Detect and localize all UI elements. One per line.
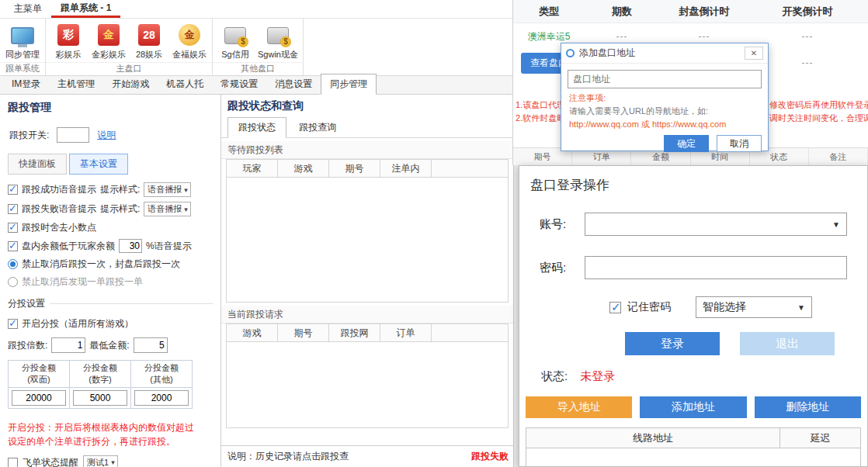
col-filler bbox=[432, 160, 508, 177]
split-col-number: 分投金额(数字) bbox=[70, 361, 131, 388]
current-request-title: 当前跟投请求 bbox=[221, 306, 513, 323]
col-bet-content: 注单内 bbox=[380, 160, 432, 177]
ribbon-group-system: 同步管理 跟单系统 bbox=[0, 19, 46, 75]
tab-basic-settings[interactable]: 基本设置 bbox=[69, 154, 128, 175]
fail-voice-style-select[interactable]: 语音播报▾ bbox=[144, 202, 191, 216]
remember-password-checkbox[interactable] bbox=[609, 302, 621, 313]
waiting-list-title: 等待跟投列表 bbox=[221, 141, 513, 159]
low-balance-percent-input[interactable] bbox=[119, 239, 142, 253]
site-jinfu-button[interactable]: 金 金福娱乐 bbox=[170, 23, 209, 61]
fly-status-select[interactable]: 测试1▾ bbox=[83, 455, 118, 467]
tab-quick-panel[interactable]: 快捷面板 bbox=[8, 154, 67, 175]
main-tabbar: IM登录 主机管理 开始游戏 机器人托 常规设置 消息设置 同步管理 bbox=[0, 76, 513, 95]
col-delay: 延迟 bbox=[779, 428, 860, 448]
login-button[interactable]: 登录 bbox=[625, 332, 720, 355]
dialog-title: 添加盘口地址 bbox=[579, 47, 740, 60]
col-remark: 备注 bbox=[809, 148, 868, 165]
dialog-app-icon bbox=[566, 49, 575, 57]
current-request-table: 游戏 期号 跟投网 订单 bbox=[226, 323, 509, 428]
chevron-down-icon: ▾ bbox=[184, 206, 188, 213]
login-window-title: 盘口登录操作 bbox=[519, 166, 867, 194]
group-title-main: 主盘口 bbox=[46, 62, 212, 75]
ribbon: 同步管理 跟单系统 彩 彩娱乐 金 金彩娱乐 28 bbox=[0, 19, 513, 76]
confirm-button[interactable]: 确定 bbox=[664, 135, 709, 152]
delete-address-button[interactable]: 删除地址 bbox=[755, 396, 861, 418]
col-line-address: 线路地址 bbox=[526, 428, 779, 448]
site-28-icon: 28 bbox=[137, 23, 161, 47]
fail-voice-label: 跟投失败语音提示 bbox=[22, 202, 96, 216]
site-28-button[interactable]: 28 28娱乐 bbox=[130, 23, 168, 61]
site-sgcredit-button[interactable]: Sg信用 bbox=[216, 23, 255, 61]
tab-start-game[interactable]: 开始游戏 bbox=[103, 74, 158, 94]
col-type: 类型 bbox=[513, 0, 585, 22]
notes-line1: 请输入需要导入URL的导航地址，如: bbox=[569, 105, 760, 118]
col-period: 期号 bbox=[329, 160, 380, 177]
style-label: 提示样式: bbox=[100, 183, 140, 196]
follow-panel-title: 跟投管理 bbox=[8, 98, 213, 116]
line-address-body bbox=[526, 448, 860, 467]
low-balance-checkbox[interactable] bbox=[8, 241, 18, 251]
split-warning-text: 开启分投：开启后将根据表格内的数值对超过 设定的单个注单进行拆分，再进行跟投。 bbox=[8, 420, 213, 448]
group-title-system: 跟单系统 bbox=[0, 62, 45, 75]
separator bbox=[50, 303, 213, 304]
forbid-cancel-once-label: 禁止取消后跟投一次，封盘后跟投一次 bbox=[22, 258, 180, 271]
site-login-window: 盘口登录操作 账号: ▼ 密码: 记住密码 智能选择▼ 登录 退出 状态: 未登… bbox=[519, 165, 868, 467]
sync-manage-button[interactable]: 同步管理 bbox=[3, 23, 42, 61]
fail-voice-checkbox[interactable] bbox=[8, 204, 18, 214]
site-jincai-button[interactable]: 金 金彩娱乐 bbox=[89, 23, 128, 61]
password-label: 密码: bbox=[540, 261, 585, 275]
tab-message-settings[interactable]: 消息设置 bbox=[266, 74, 321, 94]
site-sgcredit-label: Sg信用 bbox=[221, 49, 248, 61]
split-double-input[interactable] bbox=[12, 390, 66, 406]
tab-host-manage[interactable]: 主机管理 bbox=[49, 74, 103, 94]
site-cai-button[interactable]: 彩 彩娱乐 bbox=[49, 23, 88, 61]
col-game: 游戏 bbox=[278, 160, 329, 177]
password-field[interactable] bbox=[585, 256, 847, 279]
tab-im-login[interactable]: IM登录 bbox=[3, 74, 49, 94]
status-panel-title: 跟投状态和查询 bbox=[221, 95, 513, 117]
split-col-other: 分投金额(其他) bbox=[131, 361, 193, 388]
jincai-icon: 金 bbox=[97, 23, 120, 47]
fly-status-checkbox[interactable] bbox=[8, 458, 18, 467]
chevron-down-icon: ▼ bbox=[797, 303, 805, 312]
drop-decimal-label: 跟投时舍去小数点 bbox=[22, 221, 96, 234]
logout-button[interactable]: 退出 bbox=[740, 332, 835, 355]
address-input[interactable] bbox=[568, 70, 762, 88]
tab-follow-status[interactable]: 跟投状态 bbox=[227, 117, 286, 138]
menu-follow-system[interactable]: 跟单系统 - 1 bbox=[51, 0, 120, 18]
tab-general-settings[interactable]: 常规设置 bbox=[212, 74, 266, 94]
success-voice-checkbox[interactable] bbox=[8, 185, 18, 195]
line-mode-select[interactable]: 智能选择▼ bbox=[696, 296, 812, 318]
tab-follow-query[interactable]: 跟投查询 bbox=[289, 118, 346, 137]
success-voice-style-select[interactable]: 语音播报▾ bbox=[144, 182, 191, 197]
forbid-cancel-found-radio[interactable] bbox=[8, 277, 18, 287]
col-issue: 期数 bbox=[585, 0, 659, 22]
follow-status-panel: 跟投状态和查询 跟投状态 跟投查询 等待跟投列表 玩家 游戏 期号 注单内 bbox=[221, 95, 513, 467]
forbid-cancel-once-radio[interactable] bbox=[8, 259, 18, 269]
tab-robot[interactable]: 机器人托 bbox=[158, 74, 212, 94]
site-28-label: 28娱乐 bbox=[136, 49, 162, 61]
tab-sync-manage[interactable]: 同步管理 bbox=[321, 74, 377, 95]
menu-main[interactable]: 主菜单 bbox=[5, 0, 51, 18]
close-icon[interactable]: ✕ bbox=[745, 47, 763, 60]
waiting-list-body bbox=[227, 178, 508, 302]
enable-split-checkbox[interactable] bbox=[8, 319, 18, 329]
account-select[interactable]: ▼ bbox=[585, 213, 847, 236]
jinfu-icon: 金 bbox=[178, 23, 201, 47]
site-sgwin-button[interactable]: Sgwin现金 bbox=[256, 23, 300, 61]
drop-decimal-checkbox[interactable] bbox=[8, 223, 18, 233]
add-address-button[interactable]: 添加地址 bbox=[640, 396, 746, 418]
lottery-table-header: 类型 期数 封盘倒计时 开奖倒计时 bbox=[513, 0, 868, 23]
split-number-input[interactable] bbox=[73, 390, 127, 406]
split-other-input[interactable] bbox=[134, 390, 189, 406]
follow-switch-input[interactable] bbox=[57, 127, 89, 143]
site-jincai-label: 金彩娱乐 bbox=[92, 49, 126, 61]
ribbon-group-main-sites: 彩 彩娱乐 金 金彩娱乐 28 28娱乐 金 金福娱乐 bbox=[46, 19, 213, 75]
cancel-button[interactable]: 取消 bbox=[717, 135, 762, 152]
min-amount-input[interactable] bbox=[134, 337, 168, 353]
import-address-button[interactable]: 导入地址 bbox=[526, 396, 632, 418]
multiplier-input[interactable] bbox=[51, 337, 85, 353]
follow-help-link[interactable]: 说明 bbox=[97, 129, 116, 142]
chevron-down-icon: ▾ bbox=[184, 186, 188, 194]
site-sgwin-label: Sgwin现金 bbox=[258, 49, 298, 61]
